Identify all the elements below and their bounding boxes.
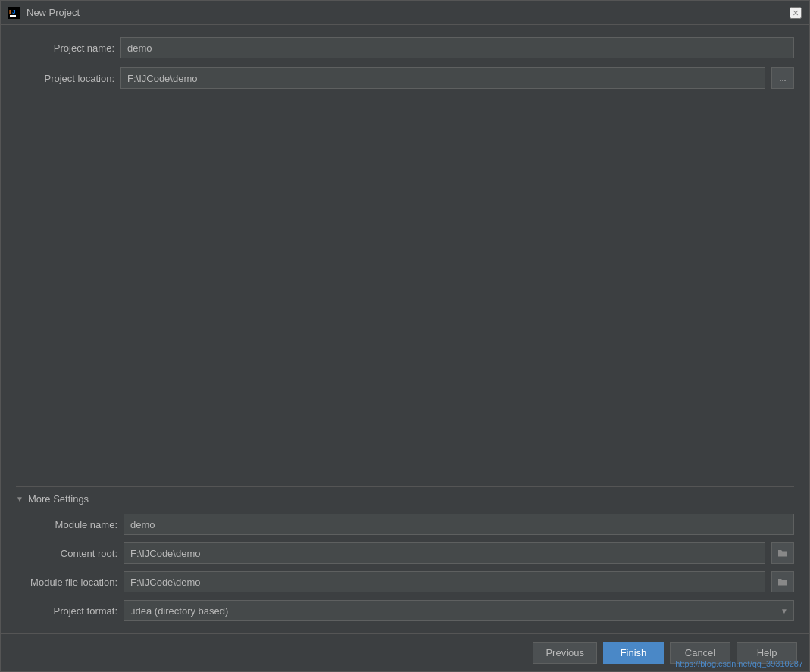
content-root-input[interactable] <box>124 542 765 564</box>
project-location-input[interactable] <box>120 67 765 89</box>
module-name-label: Module name: <box>19 519 117 530</box>
module-file-location-row: Module file location: <box>19 571 794 592</box>
finish-button[interactable]: Finish <box>603 642 664 664</box>
body-spacer <box>16 98 794 477</box>
project-name-row: Project name: <box>16 37 794 58</box>
more-settings-toggle[interactable]: ▼ More Settings <box>16 493 794 505</box>
project-format-select[interactable]: .idea (directory based) .ipr (file based… <box>124 600 794 621</box>
module-file-location-browse-button[interactable] <box>771 571 794 592</box>
module-file-location-label: Module file location: <box>19 577 117 588</box>
project-name-label: Project name: <box>16 42 114 54</box>
dialog-footer: Previous Finish Cancel Help https://blog… <box>1 633 809 671</box>
project-name-input[interactable] <box>120 37 794 58</box>
footer-link: https://blog.csdn.net/qq_39310287 <box>675 659 803 668</box>
project-format-row: Project format: .idea (directory based) … <box>19 600 794 621</box>
more-settings-content: Module name: Content root: Module file <box>16 514 794 621</box>
dialog-body: Project name: Project location: ... ▼ Mo… <box>1 25 809 633</box>
module-name-input[interactable] <box>124 514 794 535</box>
project-format-select-wrapper: .idea (directory based) .ipr (file based… <box>124 600 794 621</box>
module-file-location-input[interactable] <box>124 571 765 592</box>
dialog-title: New Project <box>27 7 80 18</box>
project-format-label: Project format: <box>19 605 117 617</box>
close-button[interactable]: × <box>790 7 802 19</box>
previous-button[interactable]: Previous <box>533 642 597 664</box>
svg-text:J: J <box>12 8 15 15</box>
svg-text:I: I <box>9 8 11 15</box>
chevron-down-icon: ▼ <box>16 495 23 503</box>
title-bar: I J New Project × <box>1 1 809 25</box>
new-project-dialog: I J New Project × Project name: Project … <box>0 0 810 672</box>
project-location-row: Project location: ... <box>16 67 794 89</box>
project-location-label: Project location: <box>16 73 114 84</box>
content-root-label: Content root: <box>19 548 117 559</box>
content-root-row: Content root: <box>19 542 794 564</box>
title-bar-left: I J New Project <box>8 7 80 19</box>
app-icon: I J <box>8 7 20 19</box>
more-settings-section: ▼ More Settings Module name: Content roo… <box>16 486 794 621</box>
svg-rect-1 <box>10 15 16 17</box>
module-name-row: Module name: <box>19 514 794 535</box>
more-settings-label: More Settings <box>28 493 89 505</box>
content-root-browse-button[interactable] <box>771 542 794 564</box>
project-location-browse-button[interactable]: ... <box>771 67 794 89</box>
